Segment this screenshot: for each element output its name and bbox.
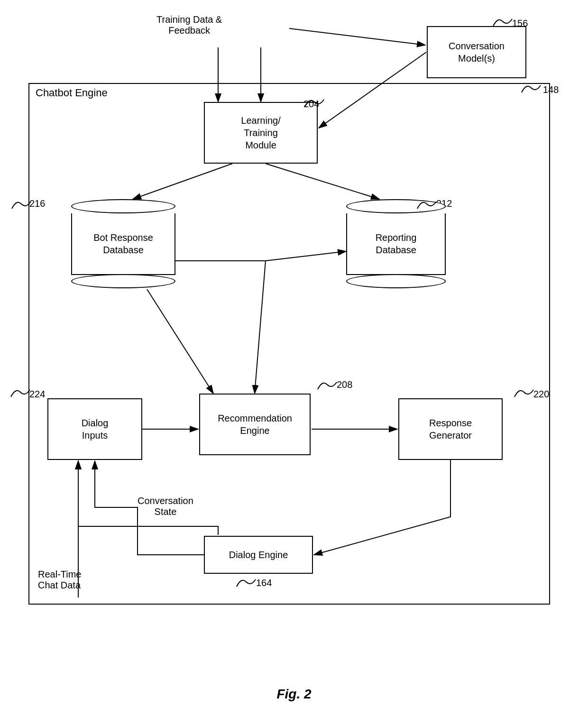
dialog-inputs-box: DialogInputs [47,398,142,460]
recommendation-engine-label: RecommendationEngine [218,412,292,437]
cylinder-bottom-reporting [346,274,446,288]
squiggle-216 [9,197,38,213]
dialog-engine-box: Dialog Engine [204,536,313,574]
bot-response-db: Bot ResponseDatabase [71,199,175,288]
cylinder-body-bot: Bot ResponseDatabase [71,213,175,275]
reporting-label: ReportingDatabase [376,231,417,256]
conversation-state-label: ConversationState [138,496,193,517]
bot-response-label: Bot ResponseDatabase [93,231,153,256]
squiggle-204 [303,95,331,111]
squiggle-220 [512,385,541,402]
squiggle-212 [415,197,443,213]
figure-label: Fig. 2 [276,687,311,702]
cylinder-top-bot [71,199,175,213]
cylinder-bottom-bot [71,274,175,288]
squiggle-164 [234,575,263,591]
dialog-inputs-label: DialogInputs [82,417,109,441]
conversation-models-label: ConversationModel(s) [449,40,505,64]
learning-training-box: Learning/TrainingModule [204,102,318,164]
squiggle-156 [491,14,519,31]
diagram: Chatbot Engine 148 ConversationModel(s) … [0,0,588,716]
dialog-engine-label: Dialog Engine [229,549,288,561]
training-data-label: Training Data &Feedback [156,14,222,36]
squiggle-148 [519,81,548,97]
real-time-chat-label: Real-TimeChat Data [38,569,82,591]
squiggle-208 [315,377,344,394]
conversation-models-box: ConversationModel(s) [427,26,526,78]
squiggle-224 [9,385,37,402]
response-generator-label: ResponseGenerator [429,417,472,441]
chatbot-engine-label: Chatbot Engine [36,87,108,99]
recommendation-engine-box: RecommendationEngine [199,394,311,455]
svg-line-4 [289,28,425,45]
response-generator-box: ResponseGenerator [398,398,503,460]
learning-training-label: Learning/TrainingModule [241,114,280,151]
cylinder-body-reporting: ReportingDatabase [346,213,446,275]
